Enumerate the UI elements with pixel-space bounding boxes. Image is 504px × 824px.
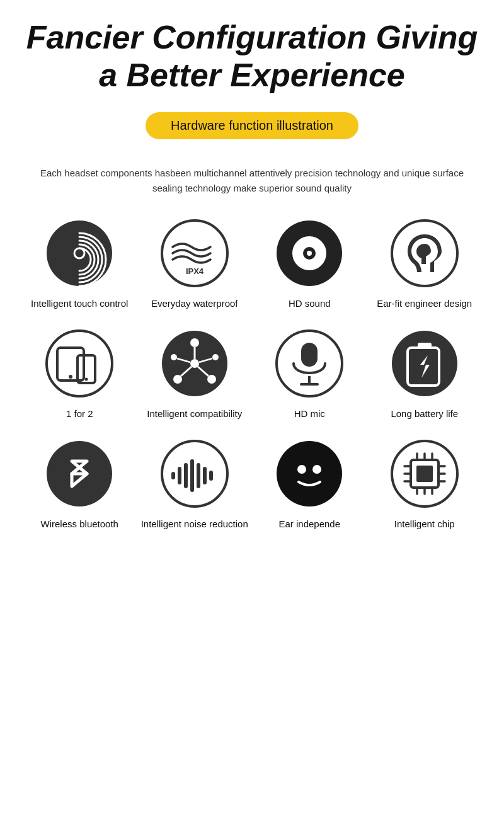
feature-battery: Long battery life [370, 329, 479, 420]
svg-point-0 [47, 220, 112, 286]
svg-point-16 [190, 338, 199, 347]
feature-ear-indep-label: Ear independe [278, 517, 340, 530]
feature-waterproof-label: Everyday waterproof [151, 297, 238, 310]
page-title: Fancier Configuration Giving a Better Ex… [25, 19, 479, 94]
feature-waterproof: IPX4 Everyday waterproof [140, 219, 249, 310]
svg-text:IPX4: IPX4 [186, 266, 204, 276]
feature-chip-label: Intelligent chip [394, 517, 455, 530]
svg-point-11 [69, 375, 72, 379]
ear-icon [390, 219, 459, 288]
feature-noise-label: Intelligent noise reduction [141, 517, 248, 530]
svg-point-24 [212, 354, 219, 360]
subtitle-badge: Hardware function illustration [146, 112, 358, 139]
description-text: Each headset components hasbeen multicha… [25, 166, 479, 196]
svg-rect-38 [184, 463, 188, 488]
feature-ear-fit-label: Ear-fit engineer design [377, 297, 472, 310]
devices-icon [45, 329, 114, 398]
feature-battery-label: Long battery life [391, 407, 458, 420]
plug-icon [275, 439, 344, 508]
feature-compatibility: Intelligent compatibility [140, 329, 249, 420]
svg-point-22 [171, 354, 177, 360]
fingerprint-icon [45, 219, 114, 288]
feature-1for2-label: 1 for 2 [66, 407, 93, 420]
svg-rect-27 [301, 343, 318, 367]
svg-rect-42 [209, 471, 213, 481]
speaker-icon [275, 219, 344, 288]
feature-touch: Intelligent touch control [25, 219, 134, 310]
soundwave-icon [160, 439, 229, 508]
svg-rect-48 [416, 466, 433, 482]
svg-point-13 [85, 377, 88, 381]
feature-ear-fit: Ear-fit engineer design [370, 219, 479, 310]
feature-bluetooth: Wireless bluetooth [25, 439, 134, 530]
feature-bluetooth-label: Wireless bluetooth [41, 517, 118, 530]
svg-point-7 [307, 251, 312, 256]
svg-rect-36 [171, 472, 175, 479]
svg-rect-40 [197, 463, 200, 488]
microphone-icon [275, 329, 344, 398]
battery-icon [390, 329, 459, 398]
svg-rect-37 [178, 467, 181, 484]
svg-point-43 [277, 441, 342, 506]
feature-chip: Intelligent chip [370, 439, 479, 530]
feature-touch-label: Intelligent touch control [31, 297, 128, 310]
feature-noise: Intelligent noise reduction [140, 439, 249, 530]
svg-rect-39 [190, 459, 194, 492]
feature-1for2: 1 for 2 [25, 329, 134, 420]
features-grid: Intelligent touch control IPX4 Everyday … [25, 219, 479, 530]
svg-rect-41 [203, 467, 207, 484]
svg-point-45 [312, 465, 321, 474]
svg-point-15 [190, 359, 199, 368]
svg-rect-32 [418, 343, 432, 349]
chip-icon [390, 439, 459, 508]
svg-point-20 [207, 375, 216, 384]
network-icon [160, 329, 229, 398]
feature-hd-mic-label: HD mic [294, 407, 325, 420]
svg-point-44 [297, 465, 306, 474]
bluetooth-icon [45, 439, 114, 508]
svg-point-18 [173, 375, 182, 384]
ipx4-icon: IPX4 [160, 219, 229, 288]
feature-hd-sound: HD sound [255, 219, 364, 310]
feature-ear-indep: Ear independe [255, 439, 364, 530]
feature-compatibility-label: Intelligent compatibility [147, 407, 242, 420]
feature-hd-mic: HD mic [255, 329, 364, 420]
feature-hd-sound-label: HD sound [289, 297, 331, 310]
